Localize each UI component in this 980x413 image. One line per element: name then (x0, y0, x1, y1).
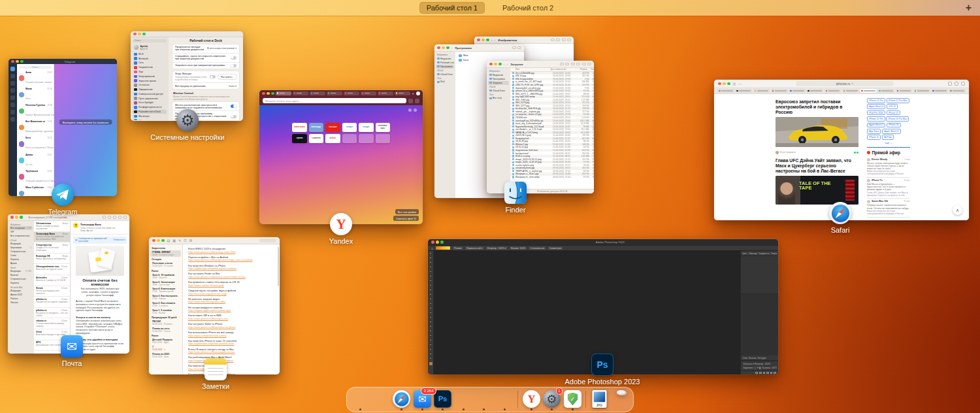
note-list-item[interactable]: Полезные статьи 16.06.2023 · 27 ссылок (150, 261, 181, 269)
window-controls[interactable] (489, 63, 502, 66)
topic-tag[interactable]: Apple Watch 5 (867, 123, 885, 128)
note-list-item[interactable]: 7 12.01.2023 · ✎ (150, 345, 181, 352)
site-tile[interactable]: Google (342, 123, 357, 132)
telegram-chat-row[interactable]: Катя16:12 Классно получилось! Фотки (17, 136, 54, 152)
window-controls[interactable] (11, 60, 24, 63)
finder-file-list[interactable]: 4in-t-i1200x680.jpg 16.06.2023, 14:05 41… (510, 72, 594, 190)
browser-tab[interactable] (860, 89, 877, 93)
browser-tab[interactable] (276, 91, 291, 95)
settings-sidebar[interactable]: Поиск АртёмApple ID Wi-Fi (131, 37, 169, 120)
finder-sidebar-item[interactable]: Недавние (488, 73, 509, 77)
desktop-tab-2[interactable]: Рабочий стол 2 (495, 2, 561, 14)
note-list-item[interactable]: Детский Подарок 03.05.2023 · Идеи (150, 338, 181, 345)
dock-finder[interactable] (351, 390, 369, 411)
settings-sidebar-item[interactable]: Bluetooth (133, 56, 167, 61)
sidebar-toggle-icon[interactable]: ▥ (733, 82, 736, 86)
toggle[interactable] (231, 105, 237, 108)
settings-sidebar-item[interactable]: Оформление (133, 88, 167, 92)
topic-tag[interactable]: iOS 13 (887, 104, 898, 109)
window-controls[interactable] (718, 82, 730, 86)
topic-tag[interactable]: iPad Pro 2020 (867, 110, 885, 116)
live-comment[interactable]: Dennis Woody 6 мин Ну всё, теперь электр… (867, 157, 910, 178)
toggle[interactable] (210, 75, 216, 78)
note-link[interactable]: https://4pda.to/forum/zagruzka-video (188, 301, 274, 303)
downloads-button[interactable] (415, 99, 419, 103)
tool-option[interactable]: Режим: (453, 246, 463, 250)
new-tab-button[interactable]: + (412, 91, 414, 95)
checklist-icon[interactable]: ☑ (184, 239, 186, 242)
settings-row[interactable]: Спрашивать, нужно ли сохранять изменения… (172, 54, 239, 63)
note-list-item[interactable]: Урок 2. Как снимать 12.06 · 5 советов (150, 301, 181, 308)
dock-adguard[interactable]: ✓ (564, 390, 581, 411)
telegram-chat-row[interactable]: Трубников14:50 Отправил документы в 2 фа… (17, 169, 54, 185)
notes-badge[interactable]: Заметки (170, 358, 261, 390)
note-list-item[interactable]: Урок 4. Композиция 13.06 · Правило трете… (150, 287, 181, 294)
browser-tab[interactable] (717, 89, 734, 93)
more-tags-link[interactable]: ещё → (867, 142, 910, 144)
topic-tag[interactable]: iPhone Xs (887, 123, 901, 128)
note-list-item[interactable]: Предыдущие 30 дней (150, 315, 181, 320)
telegram-chat-row[interactable]: Наталья Гуревская19:48 Привет! Автоматич… (17, 103, 54, 119)
topic-tag[interactable]: iPhone 12 Pro (867, 98, 885, 103)
note-link[interactable]: https://www.iphones.ru/iNotes/safari-na-… (188, 326, 274, 329)
site-tile[interactable]: Базовый курс (376, 123, 391, 132)
list-view-icon[interactable]: ▤ (167, 239, 171, 242)
settings-sidebar-item[interactable]: Основные (133, 83, 167, 88)
note-link[interactable]: https://www.iphones.ru/iNotes/pogoda-na-… (188, 351, 274, 354)
safari-badge[interactable]: Safari (794, 202, 886, 234)
telegram-chat-list[interactable]: Поиск Анна21:37 Спасибо большое, завтра! (17, 64, 54, 196)
home-icon[interactable]: ⌂ (431, 246, 433, 250)
note-link[interactable]: https://macnoob.ru/guides/zvuk-i-fayly (188, 293, 274, 295)
address-bar[interactable]: iphones.ru↻ (796, 81, 894, 86)
note-list-item[interactable]: Сегодня (150, 257, 181, 261)
dock-system-settings[interactable]: 1 (543, 390, 561, 411)
site-tile[interactable] (359, 134, 374, 143)
message-row[interactable]: ОбъявленияВчера Новые отклики на ваше об… (34, 221, 70, 232)
note-list-item[interactable]: ПЕСНИ 08.06.2023 · Плейлист (150, 320, 181, 327)
gallery-view-icon[interactable]: ▦ (172, 239, 176, 242)
dock-telegram[interactable] (455, 390, 472, 411)
finder-sidebar-item[interactable]: Недавние (436, 57, 454, 61)
desktop-tab-1[interactable]: Рабочий стол 1 (419, 2, 485, 14)
topic-tag[interactable]: App Store (867, 129, 881, 134)
mail-window[interactable]: Все входящие (1 588 сообщений) Избранное… (8, 214, 129, 354)
note-link[interactable]: https://support.apple.com/ru-ru/notes-sy… (188, 309, 274, 312)
topic-tag[interactable]: iPhone 11 Pro Max (886, 116, 909, 122)
message-row[interactable]: Объединённая почта14 июн. Ваш отчёт за н… (34, 264, 70, 275)
page-actions[interactable] (408, 108, 417, 112)
dock-notes[interactable] (496, 390, 514, 411)
browser-tab[interactable] (378, 91, 393, 95)
finder-sidebar-item[interactable]: iCloud (436, 69, 454, 73)
message-row[interactable]: pikabu.ru13 июн. Лучшие посты недели: по… (34, 297, 70, 308)
yandex-browser-window[interactable]: + Введите запрос или адрес КиноПоиск Wha… (259, 90, 423, 224)
browser-tab[interactable] (789, 89, 806, 93)
settings-sidebar-item[interactable]: Siri и Spotlight (133, 101, 167, 105)
mailbox-item[interactable]: Личное (9, 301, 33, 305)
back-forward-buttons[interactable]: ‹ › (738, 82, 742, 86)
note-link[interactable]: https://www.iphones.ru/iNotes/perenesti-… (188, 259, 274, 261)
tool-option[interactable]: Нормальный ▾ (465, 246, 483, 250)
browser-tab[interactable] (825, 89, 841, 93)
browser-tab[interactable] (771, 89, 788, 93)
topic-tag[interactable]: Apple Watch 4 (882, 129, 900, 134)
gradient-swatch[interactable] (436, 246, 450, 250)
note-list-item[interactable]: Ранее (150, 333, 181, 338)
topic-tag[interactable]: Apple Watch 6 (867, 104, 885, 109)
site-tile[interactable]: Google (359, 123, 374, 132)
safari-window[interactable]: ▥ ‹ › iphones.ru↻ (714, 80, 969, 220)
panel-tab[interactable]: Образцы (748, 252, 757, 255)
browser-tab[interactable] (735, 89, 752, 93)
settings-row[interactable]: Предпочитать вкладки при открытии докуме… (172, 44, 239, 54)
mail-toolbar-buttons[interactable] (103, 216, 127, 219)
file-row[interactable]: Wanpaper-b_-mini.webp 08.06.2023, 15:30 … (510, 176, 594, 179)
unsubscribe-link[interactable]: Отписаться (113, 239, 125, 241)
panel-tab[interactable]: Каналы (749, 357, 757, 359)
browser-tab[interactable] (913, 89, 930, 93)
topic-tag[interactable]: iPhone 12 Pro Max (887, 98, 909, 103)
browser-tab[interactable] (310, 91, 325, 95)
tool-option[interactable]: Непрозр.: 100% ▾ (486, 246, 508, 250)
browser-tab[interactable] (877, 89, 894, 93)
profile-avatar[interactable] (416, 91, 420, 95)
settings-sidebar-item[interactable]: Фокусирование (133, 74, 167, 78)
notes-window[interactable]: ▤ ▦ ✎ ☑ ⊞ Закреплено УЧЁБА. ФИНАЛ 16.06 … (149, 237, 280, 374)
